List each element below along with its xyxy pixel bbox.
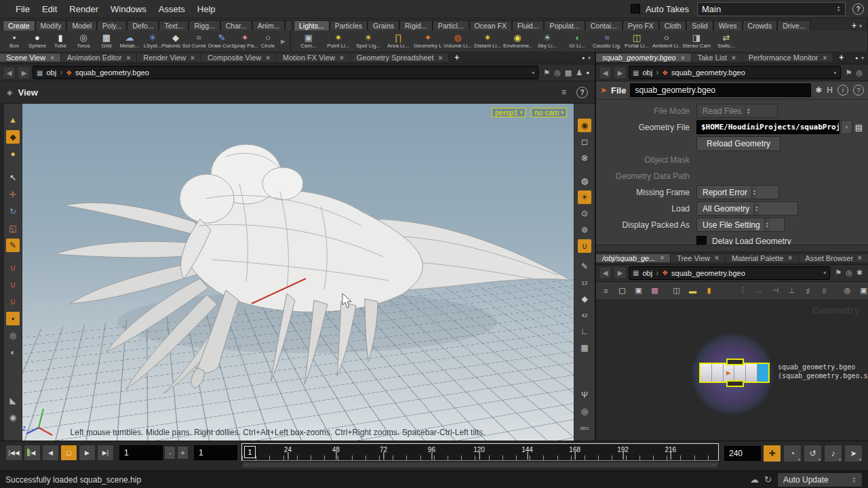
shelf-tab[interactable]: Crowds (743, 20, 778, 30)
display-flag[interactable] (757, 364, 768, 382)
tool-volume-light[interactable]: ◍ Volume Li... (443, 33, 473, 49)
pane-menu-icon[interactable]: ▾ (861, 55, 864, 61)
add-shelf-tab-button[interactable]: + (852, 21, 856, 30)
timeline-tick[interactable]: 216 (665, 445, 676, 460)
object-select-mode-icon[interactable]: ▲ (6, 113, 20, 127)
tool-area-light[interactable]: ∏ Area Li... (383, 33, 413, 49)
scale-tool-icon[interactable]: ◱ (6, 222, 20, 235)
load-dropdown[interactable]: All Geometry ▴▾ (696, 201, 798, 216)
handle-tool-icon[interactable]: ✎ (6, 239, 20, 252)
menu-item[interactable]: Edit (36, 3, 63, 16)
pane-tab[interactable]: Composite View × (201, 54, 277, 62)
align-left-icon[interactable]: ⊣ (770, 285, 781, 296)
node-help-icon[interactable]: ? (853, 85, 864, 96)
play-button[interactable]: ▶ (79, 445, 96, 461)
timeline-tick[interactable]: 192 (617, 445, 629, 460)
shelf-tab[interactable]: Anim... (252, 20, 285, 30)
view-state-icon[interactable]: ◈ (7, 88, 12, 97)
grid-snap-icon[interactable]: # (818, 285, 830, 296)
character-icon[interactable]: ♟ (576, 68, 583, 77)
shelf-tab[interactable]: Lights... (294, 20, 330, 30)
take-spinner[interactable]: ▴▾ (836, 5, 841, 12)
shelf-tab[interactable]: Rigg... (189, 20, 220, 30)
node-name-field[interactable]: squab_geometry.bgeo (630, 83, 811, 97)
tool-grid[interactable]: ▦ Grid (95, 33, 118, 49)
timeline-tick[interactable]: 24 (284, 445, 292, 460)
tool-draw-curve[interactable]: ✎ Draw Cur... (210, 33, 233, 49)
pin-icon[interactable]: ⚑ (543, 68, 550, 77)
file-chooser-icon[interactable]: ▤ (855, 123, 863, 132)
point-numbers-icon[interactable]: 12 (578, 276, 591, 289)
lasso-select-icon[interactable]: ◣ (6, 394, 20, 407)
auto-takes-checkbox[interactable] (631, 4, 640, 14)
show-points-icon[interactable]: ⊙ (578, 207, 591, 220)
show-handles-icon[interactable]: ⊚ (578, 223, 591, 237)
tool-caustic-light[interactable]: ≈ Caustic Lig... (592, 33, 622, 49)
shelf-tab[interactable]: Grains (368, 20, 399, 30)
timeline-tick[interactable]: 120 (473, 445, 485, 460)
path-root[interactable]: obj (46, 68, 56, 77)
path-dropdown-icon[interactable]: ▾ (834, 70, 837, 76)
smooth-shading-icon[interactable]: ◉ (578, 119, 591, 132)
tool-circle[interactable]: ○ Circle (256, 33, 279, 49)
tool-ambient-light[interactable]: ○ Ambient Li... (652, 33, 682, 49)
group-display-icon[interactable]: ▦ (578, 341, 591, 354)
tool-camera[interactable]: ▣ Cam... (294, 33, 323, 49)
path-node[interactable]: squab_geometry.bgeo (75, 68, 149, 77)
auto-key-button[interactable]: ✚▾ (763, 445, 781, 462)
headlight-icon[interactable]: ☀ (578, 190, 591, 204)
layout-nodes-icon[interactable]: ◫ (671, 285, 682, 296)
node-input-connector[interactable] (726, 359, 744, 365)
go-start-button[interactable]: |◀◀ (5, 445, 22, 461)
playbar-options-button[interactable]: ➤▾ (844, 445, 863, 462)
file-mode-dropdown[interactable]: Read Files ▴▾ (696, 104, 778, 118)
pivot-icon[interactable]: ∟ (578, 325, 591, 338)
forward-button[interactable]: ▶ (18, 66, 31, 79)
spacing-icon[interactable]: ⋮ (737, 285, 749, 296)
add-pane-tab-button[interactable]: + (833, 52, 849, 64)
tool-switcher[interactable]: ⇄ Switc... (711, 33, 741, 49)
snap-point-icon[interactable]: ∪ (6, 278, 20, 291)
radial-menu-icon[interactable]: ◎ (554, 68, 561, 77)
prim-markers-icon[interactable]: ◆ (578, 292, 591, 306)
add-pane-tab-button[interactable]: + (449, 52, 465, 64)
shelf-tab[interactable]: Particl... (433, 20, 469, 30)
tool-platonic[interactable]: ◆ Platonic Sol... (164, 33, 187, 49)
close-tab-icon[interactable]: × (438, 54, 442, 62)
back-button[interactable]: ◀ (3, 66, 16, 79)
global-animation-button[interactable]: ◔▾ (783, 445, 802, 462)
tree-list-icon[interactable]: ≡ (600, 285, 612, 296)
delay-load-checkbox[interactable] (696, 236, 707, 245)
display-packed-as-dropdown[interactable]: Use File Setting ▴▾ (696, 218, 785, 232)
shelf-tab[interactable]: Text... (159, 20, 189, 30)
undo-dropdown-button[interactable]: ↺▾ (804, 445, 822, 462)
back-button[interactable]: ◀ (599, 266, 612, 279)
menu-item[interactable]: File (9, 3, 36, 16)
update-mode-selector[interactable]: Auto Update ▴▾ (777, 472, 863, 487)
tool-box[interactable]: ▪ Box (3, 33, 26, 49)
radial-menu-icon[interactable]: ◎ (856, 68, 863, 77)
construction-plane-icon[interactable]: ▪ (6, 312, 20, 325)
path-field[interactable]: ▦ obj › ❖ squab_geometry.bgeo ▾ (33, 66, 538, 79)
close-tab-icon[interactable]: × (266, 54, 270, 62)
select-tool-icon[interactable]: ↖ (6, 171, 20, 184)
pane-tab[interactable]: Motion FX View × (277, 54, 351, 62)
color-palette-icon[interactable]: ▩ (649, 285, 660, 296)
close-tab-icon[interactable]: × (715, 254, 719, 262)
stop-button[interactable]: □ (60, 445, 77, 461)
network-editor[interactable]: Geometry ▶ squab_geometry.bgeo (squab_ge… (596, 300, 868, 441)
pane-menu-icon[interactable]: ▾ (588, 55, 591, 61)
timeline-scrollbar[interactable]: ∙∙∙ ∙∙∙ (241, 462, 719, 468)
tool-tube[interactable]: ▮ Tube (49, 33, 72, 49)
visibility-tool-icon[interactable]: ◉ (6, 411, 20, 424)
tool-point-light[interactable]: ✴ Point Li... (323, 33, 353, 49)
shelf-tab[interactable]: Wires (713, 20, 743, 30)
shelf-tab[interactable]: Solid (686, 20, 713, 30)
pin-icon[interactable]: ⚑ (846, 68, 852, 77)
pencil-icon[interactable]: ✎ (578, 260, 591, 273)
pane-tab[interactable]: /obj/squab_ge... × (596, 254, 671, 262)
tool-curve[interactable]: ≈ Curve (187, 33, 210, 49)
maximize-pane-icon[interactable]: ▪ (582, 54, 585, 62)
path-root[interactable]: obj (642, 269, 652, 277)
tool-gi-light[interactable]: ◖ GI Li... (562, 33, 592, 49)
